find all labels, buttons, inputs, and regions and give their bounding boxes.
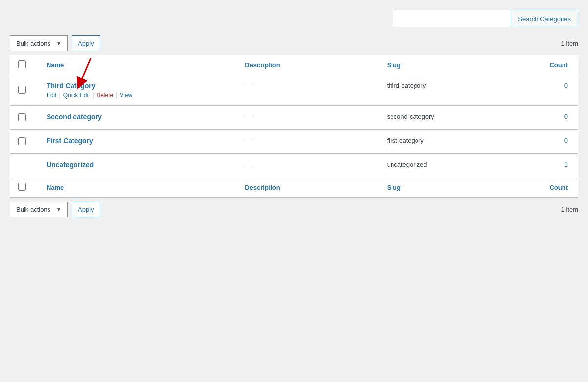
row-name-cell-3: First Category [39,130,237,154]
category-link-third[interactable]: Third Category [47,82,229,90]
header-slug[interactable]: Slug [379,55,521,75]
category-link-uncategorized[interactable]: Uncategorized [47,161,229,169]
table-row: Uncategorized — uncategorized 1 [10,154,578,178]
quick-edit-link-third[interactable]: Quick Edit [63,92,90,99]
bottom-toolbar: Bulk actions ▼ Apply 1 item [10,202,578,217]
footer-description[interactable]: Description [237,178,379,198]
row-count-cell-1: 0 [521,75,578,106]
search-input[interactable] [393,10,511,27]
table-row: Second category — second-category 0 [10,106,578,130]
header-name[interactable]: Name [39,55,237,75]
row-checkbox-cell-3 [10,130,39,154]
row-name-cell-1: Third Category Edit | Quick Edit | Delet… [39,75,237,106]
footer-checkbox-cell [10,178,39,198]
row-checkbox-1[interactable] [18,86,26,94]
bulk-actions-label-bottom: Bulk actions [16,206,50,213]
header-count[interactable]: Count [521,55,578,75]
bulk-actions-dropdown-top[interactable]: Bulk actions ▼ [10,35,68,51]
item-count-top: 1 item [561,40,578,47]
bottom-toolbar-left: Bulk actions ▼ Apply [10,202,100,217]
sep-2: | [92,92,94,99]
row-checkbox-cell-2 [10,106,39,130]
row-desc-cell-4: — [237,154,379,178]
row-checkbox-3[interactable] [18,137,26,145]
row-count-cell-4: 1 [521,154,578,178]
toolbar-left: Bulk actions ▼ Apply [10,35,100,51]
arrow-container: Third Category Edit | Quick Edit | Delet… [47,82,229,99]
chevron-down-icon-bottom: ▼ [56,207,61,212]
table-row: Third Category Edit | Quick Edit | Delet… [10,75,578,106]
row-slug-cell-3: first-category [379,130,521,154]
sep-1: | [59,92,61,99]
select-all-checkbox-footer[interactable] [18,183,26,191]
row-name-cell-4: Uncategorized [39,154,237,178]
row-checkbox-cell-4 [10,154,39,178]
row-desc-cell-3: — [237,130,379,154]
chevron-down-icon-top: ▼ [56,41,61,46]
footer-count[interactable]: Count [521,178,578,198]
select-all-checkbox[interactable] [18,60,26,68]
row-count-cell-3: 0 [521,130,578,154]
page-wrapper: Search Categories Bulk actions ▼ Apply 1… [10,10,578,217]
row-desc-cell-2: — [237,106,379,130]
edit-link-third[interactable]: Edit [47,92,57,99]
row-actions-third: Edit | Quick Edit | Delete | View [47,92,229,99]
apply-button-bottom[interactable]: Apply [72,202,100,217]
table-footer-row: Name Description Slug Count [10,178,578,198]
footer-name[interactable]: Name [39,178,237,198]
header-description[interactable]: Description [237,55,379,75]
search-categories-button[interactable]: Search Categories [511,10,578,27]
top-toolbar: Bulk actions ▼ Apply 1 item [10,35,578,51]
row-slug-cell-4: uncategorized [379,154,521,178]
row-slug-cell-2: second-category [379,106,521,130]
row-name-cell-2: Second category [39,106,237,130]
table-row: First Category — first-category 0 [10,130,578,154]
sep-3: | [116,92,117,99]
header-checkbox-cell [10,55,39,75]
row-checkbox-2[interactable] [18,113,26,121]
view-link-third[interactable]: View [120,92,132,99]
row-desc-cell-1: — [237,75,379,106]
bulk-actions-dropdown-bottom[interactable]: Bulk actions ▼ [10,202,68,217]
bulk-actions-label-top: Bulk actions [16,40,50,47]
delete-link-third[interactable]: Delete [97,92,114,99]
categories-table-container: Name Description Slug Count Third Catego… [10,55,578,198]
item-count-bottom: 1 item [561,206,578,213]
category-link-first[interactable]: First Category [47,137,229,145]
row-count-cell-2: 0 [521,106,578,130]
footer-slug[interactable]: Slug [379,178,521,198]
row-slug-cell-1: third-category [379,75,521,106]
top-bar: Search Categories [10,10,578,27]
category-link-second[interactable]: Second category [47,113,229,121]
row-checkbox-cell-1 [10,75,39,106]
table-header-row: Name Description Slug Count [10,55,578,75]
categories-table: Name Description Slug Count Third Catego… [10,55,578,197]
apply-button-top[interactable]: Apply [72,35,100,51]
